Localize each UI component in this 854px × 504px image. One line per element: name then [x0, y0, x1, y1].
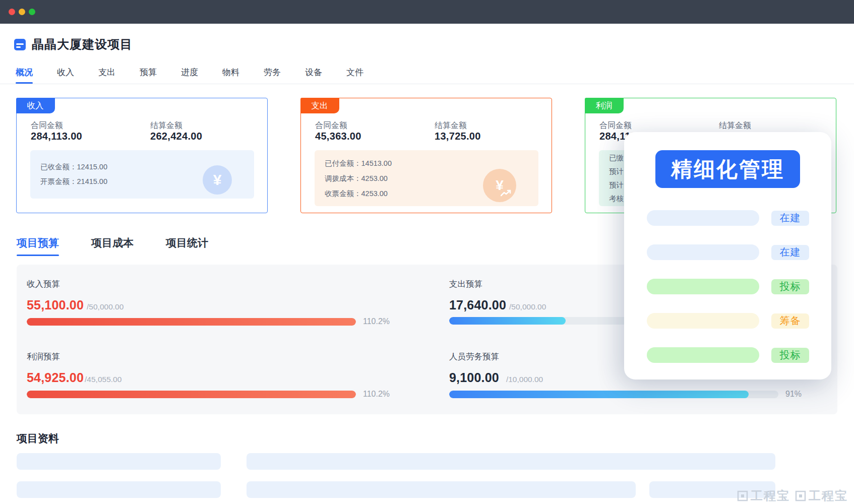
file-placeholder	[247, 481, 636, 498]
tab-project-cost[interactable]: 项目成本	[91, 236, 134, 256]
project-list-item[interactable]: 在建	[647, 244, 809, 260]
trend-arrow-icon	[501, 190, 512, 197]
tab-income[interactable]: 收入	[57, 66, 74, 84]
status-badge: 在建	[771, 245, 809, 260]
budget-item-label: 支出预算	[449, 279, 482, 290]
budget-item-label: 收入预算	[27, 279, 60, 290]
project-list-item[interactable]: 投标	[647, 347, 809, 363]
close-window-button[interactable]	[9, 9, 15, 15]
progress-percent: 110.2%	[363, 317, 390, 326]
progress-track	[27, 391, 356, 398]
file-placeholder	[17, 453, 221, 470]
expense-detail-box: 已付金额：14513.00 调拨成本：4253.00 收票金额：4253.00 …	[315, 150, 538, 206]
tab-budget[interactable]: 预算	[140, 66, 157, 84]
profit-card-badge: 利润	[585, 98, 624, 113]
budget-item-total: /10,000.00	[506, 375, 543, 384]
yuan-trend-icon: ¥	[483, 169, 516, 202]
budget-item-value: 55,100.00	[27, 298, 84, 312]
app-window: 晶晶大厦建设项目 概况 收入 支出 预算 进度 物料 劳务 设备 文件 收入 合…	[0, 0, 854, 504]
contract-amount-value: 284,113.00	[31, 131, 82, 142]
status-badge: 投标	[771, 348, 809, 363]
income-card-badge: 收入	[16, 98, 55, 113]
contract-amount-value: 45,363.00	[315, 131, 361, 142]
watermark-unit: 工程宝	[737, 488, 790, 504]
file-placeholder	[247, 453, 775, 470]
refined-management-button[interactable]: 精细化管理	[655, 150, 800, 188]
title-bar	[0, 0, 854, 24]
tab-project-stats[interactable]: 项目统计	[166, 236, 208, 256]
expense-card-badge: 支出	[300, 98, 339, 113]
page-header: 晶晶大厦建设项目	[14, 36, 133, 52]
budget-item-total: /45,055.00	[85, 375, 121, 384]
watermark: 工程宝 工程宝	[737, 488, 848, 504]
tab-equipment[interactable]: 设备	[305, 66, 322, 84]
progress-fill	[449, 317, 566, 325]
status-badge: 筹备	[771, 313, 809, 329]
settlement-amount-value: 262,424.00	[150, 131, 202, 142]
settlement-amount-label: 结算金额	[719, 120, 751, 131]
progress-fill	[449, 391, 749, 398]
progress-percent: 91%	[785, 390, 802, 399]
budget-item-total: /50,000.00	[87, 302, 124, 311]
project-list-item[interactable]: 筹备	[647, 313, 809, 329]
tab-files[interactable]: 文件	[346, 66, 363, 84]
contract-amount-label: 合同金额	[599, 120, 632, 131]
budget-item-label: 利润预算	[27, 351, 60, 362]
progress-track	[27, 318, 356, 326]
progress-track	[449, 391, 778, 398]
project-name-placeholder	[647, 210, 759, 226]
cube-logo-icon	[737, 490, 748, 501]
tab-expense[interactable]: 支出	[98, 66, 115, 84]
contract-amount-label: 合同金额	[31, 120, 63, 131]
project-name-placeholder	[647, 313, 759, 329]
project-list-item[interactable]: 投标	[647, 279, 809, 294]
budget-item-value: 9,100.00	[449, 370, 499, 385]
refined-management-overlay: 精细化管理 在建 在建 投标 筹备 投标	[624, 132, 831, 380]
tab-progress[interactable]: 进度	[181, 66, 198, 84]
income-card: 收入 合同金额 284,113.00 结算金额 262,424.00 已收金额：…	[16, 98, 268, 213]
file-placeholder	[17, 481, 221, 498]
project-name-placeholder	[647, 347, 759, 363]
settlement-amount-label: 结算金额	[150, 120, 182, 131]
files-section-title: 项目资料	[17, 431, 59, 446]
project-list-item[interactable]: 在建	[647, 210, 809, 226]
progress-fill	[27, 391, 356, 398]
page-title: 晶晶大厦建设项目	[32, 36, 133, 52]
project-name-placeholder	[647, 279, 759, 294]
tab-project-budget[interactable]: 项目预算	[17, 236, 59, 256]
project-name-placeholder	[647, 244, 759, 260]
tab-materials[interactable]: 物料	[222, 66, 239, 84]
budget-item-label: 人员劳务预算	[449, 351, 499, 362]
project-calendar-icon	[14, 39, 26, 50]
budget-item-value: 17,640.00	[449, 298, 506, 312]
expense-card: 支出 合同金额 45,363.00 结算金额 13,725.00 已付金额：14…	[300, 98, 552, 213]
settlement-amount-label: 结算金额	[435, 120, 467, 131]
budget-item-value: 54,925.00	[27, 370, 84, 385]
minimize-window-button[interactable]	[19, 9, 25, 15]
status-badge: 在建	[771, 211, 809, 226]
budget-item-total: /50,000.00	[509, 302, 546, 311]
progress-percent: 110.2%	[363, 390, 390, 399]
tab-labor[interactable]: 劳务	[264, 66, 281, 84]
yuan-coin-icon: ¥	[203, 165, 232, 195]
contract-amount-label: 合同金额	[315, 120, 347, 131]
tab-overview[interactable]: 概况	[16, 66, 33, 84]
progress-fill	[27, 318, 356, 326]
maximize-window-button[interactable]	[29, 9, 35, 15]
cube-logo-icon	[795, 490, 806, 501]
income-detail-box: 已收金额：12415.00 开票金额：21415.00 ¥	[30, 150, 254, 199]
status-badge: 投标	[771, 279, 809, 294]
main-nav-tabs: 概况 收入 支出 预算 进度 物料 劳务 设备 文件	[0, 66, 854, 84]
detail-line: 已付金额：14513.00	[325, 156, 538, 171]
budget-sub-tabs: 项目预算 项目成本 项目统计	[17, 236, 208, 256]
watermark-unit: 工程宝	[795, 488, 848, 504]
settlement-amount-value: 13,725.00	[435, 131, 481, 142]
